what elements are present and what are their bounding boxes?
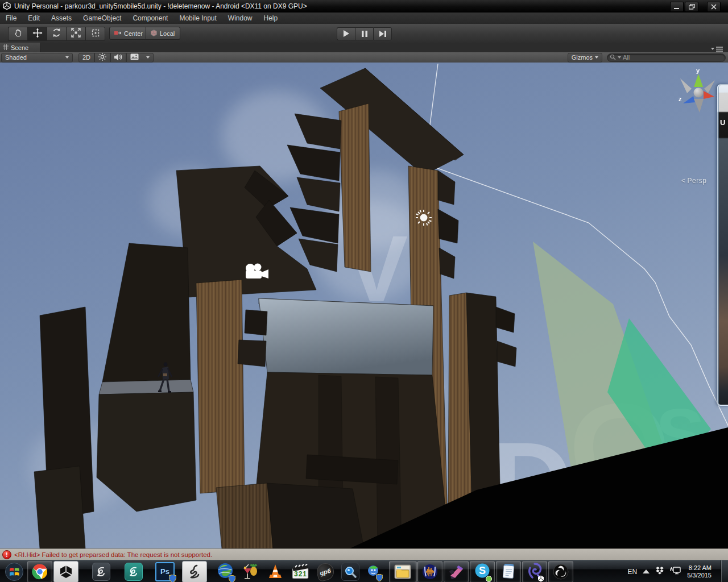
gp6-label: gp6	[319, 567, 332, 576]
space-toggle-button[interactable]: Local	[146, 27, 180, 40]
scene-render: V Q D S	[0, 63, 728, 548]
taskbar-item-cheat-engine[interactable]	[338, 562, 362, 582]
uac-shield-icon	[376, 574, 383, 581]
taskbar-item-obs[interactable]	[548, 561, 573, 582]
menu-assets[interactable]: Assets	[46, 13, 77, 23]
pivot-icon	[114, 30, 121, 37]
taskbar-item-file-explorer[interactable]	[389, 561, 416, 582]
chevron-down-icon	[146, 56, 150, 59]
scale-tool-button[interactable]	[66, 27, 85, 41]
taskbar-item-mpc[interactable]: 321	[288, 562, 312, 582]
effects-toggle-button[interactable]	[126, 53, 154, 63]
taskbar-item-audacity[interactable]	[417, 561, 442, 582]
network-tray-icon[interactable]	[670, 566, 681, 577]
start-button[interactable]	[2, 562, 26, 582]
dropbox-tray-icon[interactable]	[655, 566, 664, 577]
status-bar[interactable]: ! <RI.Hid> Failed to get preparsed data:…	[0, 548, 728, 560]
offscreen-window-edge[interactable]: U	[717, 84, 728, 406]
minimize-button[interactable]	[670, 2, 684, 12]
menu-window[interactable]: Window	[222, 13, 258, 23]
pivot-label: Center	[124, 30, 143, 37]
rect-tool-button[interactable]	[85, 27, 105, 41]
taskbar-item-photoshop[interactable]: Ps	[153, 562, 177, 582]
scale-icon	[71, 28, 81, 40]
unity-app-icon	[3, 2, 11, 11]
scene-viewport[interactable]: V Q D S	[0, 63, 728, 548]
gizmos-label: Gizmos	[572, 54, 593, 61]
grid-icon	[3, 44, 9, 51]
2d-label: 2D	[82, 54, 90, 61]
lighting-toggle-button[interactable]	[94, 53, 110, 63]
menu-edit[interactable]: Edit	[22, 13, 46, 23]
language-indicator[interactable]: EN	[628, 568, 638, 576]
taskbar-item-cocktail[interactable]	[238, 562, 262, 582]
persp-chevron-icon: <	[681, 177, 686, 185]
menu-bar: File Edit Assets GameObject Component Mo…	[0, 13, 728, 24]
skype-s-label: S	[479, 565, 486, 576]
pause-button[interactable]	[355, 27, 373, 40]
taskbar-item-notepad[interactable]	[496, 561, 521, 582]
speaker-icon	[114, 53, 122, 62]
status-message: <RI.Hid> Failed to get preparsed data: T…	[14, 551, 212, 558]
taskbar-item-zbrush[interactable]	[182, 561, 207, 582]
svg-text:y: y	[696, 67, 700, 74]
draw-mode-dropdown[interactable]: Shaded	[1, 53, 73, 63]
menu-component[interactable]: Component	[127, 13, 173, 23]
projection-toggle[interactable]: < Persp	[681, 177, 706, 185]
show-desktop-button[interactable]	[721, 560, 728, 582]
menu-gameobject[interactable]: GameObject	[77, 13, 127, 23]
hand-icon	[14, 28, 23, 40]
taskbar-item-google-earth[interactable]	[213, 562, 237, 582]
menu-mobile-input[interactable]: Mobile Input	[173, 13, 222, 23]
tray-time: 8:22 AM	[687, 564, 712, 572]
taskbar-item-skype[interactable]: S	[470, 561, 495, 582]
hand-tool-button[interactable]	[8, 27, 27, 41]
error-icon: !	[2, 550, 11, 559]
draw-mode-label: Shaded	[5, 54, 27, 61]
chevron-down-icon	[595, 56, 598, 59]
scene-search-input[interactable]: All	[607, 53, 726, 62]
tray-clock[interactable]: 8:22 AM 5/3/2015	[687, 564, 712, 579]
close-button[interactable]	[707, 2, 721, 12]
move-tool-button[interactable]	[27, 27, 47, 41]
maximize-button[interactable]	[685, 2, 698, 12]
audio-toggle-button[interactable]	[110, 53, 126, 63]
rotate-tool-button[interactable]	[47, 27, 66, 41]
chevron-down-icon	[65, 56, 69, 59]
offscreen-window-label: U	[720, 118, 725, 127]
taskbar-item-rewired[interactable]	[522, 561, 547, 582]
cube-icon	[151, 30, 157, 38]
tray-date: 5/3/2015	[687, 572, 712, 579]
taskbar-item-vlc[interactable]	[263, 562, 287, 582]
pivot-toggle-button[interactable]: Center	[109, 27, 146, 40]
taskbar-item-chrome[interactable]	[27, 561, 52, 582]
tab-scene[interactable]: Scene	[0, 43, 41, 52]
persp-label: Persp	[688, 177, 707, 185]
taskbar-item-paint-app[interactable]	[444, 561, 469, 582]
photoshop-label: Ps	[160, 567, 169, 576]
title-bar[interactable]: Unity Personal - parkour3d_unity5mobile5…	[0, 0, 728, 13]
scene-view-toolbar: Shaded 2D Gizmos All	[0, 52, 728, 64]
2d-toggle-button[interactable]: 2D	[78, 53, 94, 63]
menu-file[interactable]: File	[0, 13, 22, 23]
scene-orientation-gizmo[interactable]: y x z	[679, 67, 721, 113]
mpc-321-label: 321	[294, 570, 307, 578]
taskbar-item-game-shield[interactable]	[363, 562, 384, 582]
hidden-icons-button[interactable]	[643, 568, 650, 576]
step-icon	[379, 29, 386, 39]
desktop: { "window": { "title": "Unity Personal -…	[0, 0, 728, 582]
gizmos-dropdown[interactable]: Gizmos	[568, 53, 602, 63]
step-button[interactable]	[373, 27, 392, 40]
play-button[interactable]	[337, 27, 355, 40]
move-icon	[32, 28, 43, 40]
pause-icon	[362, 29, 367, 39]
search-filter-chevron-icon	[618, 56, 621, 59]
menu-help[interactable]: Help	[258, 13, 284, 23]
taskbar-item-unity[interactable]	[53, 561, 78, 582]
taskbar: Ps	[0, 560, 728, 582]
main-toolbar: Center Local Layers Layout	[0, 24, 728, 43]
image-icon	[130, 53, 139, 61]
taskbar-item-sculpt-teal[interactable]	[122, 562, 146, 582]
taskbar-item-guitar-pro[interactable]: gp6	[313, 562, 337, 582]
taskbar-item-sculpt-dark[interactable]	[89, 562, 113, 582]
